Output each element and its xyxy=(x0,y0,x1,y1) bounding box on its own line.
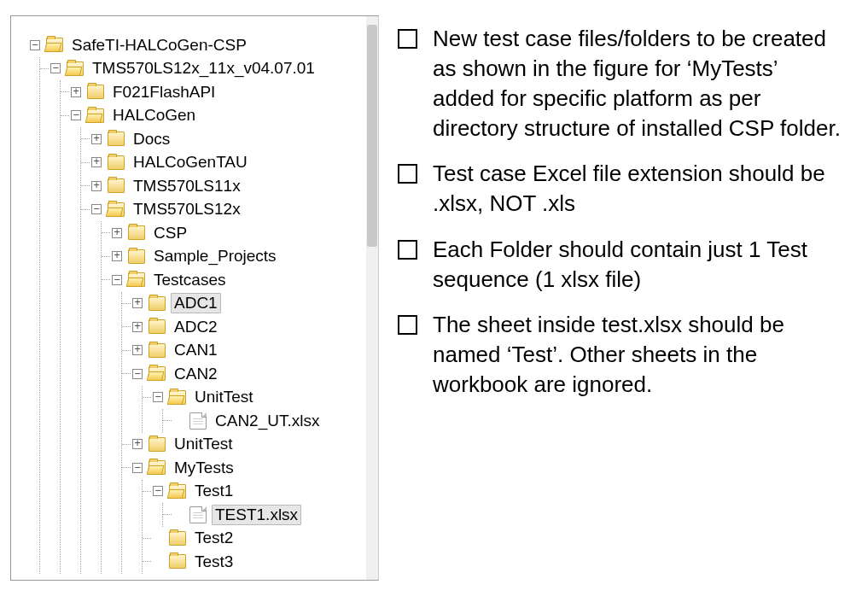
bullet-item: Each Folder should contain just 1 Test s… xyxy=(398,235,844,295)
tree-label[interactable]: Sample_Projects xyxy=(150,246,280,266)
expander-icon[interactable]: + xyxy=(91,157,102,167)
tree-node-csp: + CSP xyxy=(102,221,378,245)
tree-node-test2: . Test2 xyxy=(143,527,378,551)
tree-label[interactable]: Test2 xyxy=(191,528,236,548)
tree-label[interactable]: TMS570LS11x xyxy=(130,176,244,196)
tree-node-sample-projects: + Sample_Projects xyxy=(102,245,378,269)
expander-icon[interactable]: + xyxy=(71,87,81,97)
tree-node-testcases: − Testcases xyxy=(102,268,378,574)
folder-closed-icon xyxy=(149,343,166,358)
tree-label[interactable]: Test1 xyxy=(191,481,236,501)
tree-label[interactable]: ADC2 xyxy=(171,317,221,337)
folder-open-icon xyxy=(108,202,125,217)
expander-icon[interactable]: + xyxy=(112,228,122,238)
folder-closed-icon xyxy=(149,437,166,452)
expander-icon[interactable]: − xyxy=(71,110,81,120)
folder-closed-icon xyxy=(128,249,145,264)
folder-open-icon xyxy=(46,38,63,52)
folder-closed-icon xyxy=(108,132,125,146)
bullet-item: New test case files/folders to be create… xyxy=(398,24,844,143)
tree-node-f021: + F021FlashAPI xyxy=(61,80,378,104)
checkbox-bullet-icon xyxy=(398,164,417,184)
tree-node-can2-ut-file: . CAN2_UT.xlsx xyxy=(163,409,378,433)
expander-icon[interactable]: − xyxy=(50,63,61,73)
folder-open-icon xyxy=(128,272,145,287)
tree-node-test3: . Test3 xyxy=(143,550,378,574)
tree-label[interactable]: HALCoGen xyxy=(109,105,199,126)
expander-icon[interactable]: − xyxy=(91,204,102,214)
expander-none: . xyxy=(153,533,163,543)
tree-label[interactable]: TMS570LS12x_11x_v04.07.01 xyxy=(89,58,318,79)
tree-node-adc1: + ADC1 xyxy=(122,292,378,316)
tree-label[interactable]: F021FlashAPI xyxy=(109,82,218,102)
bullet-text: Each Folder should contain just 1 Test s… xyxy=(433,235,844,295)
folder-open-icon xyxy=(169,484,186,499)
tree-label[interactable]: ADC1 xyxy=(171,293,221,313)
expander-icon[interactable]: − xyxy=(153,486,163,496)
folder-open-icon xyxy=(149,366,166,381)
instructions-panel: New test case files/folders to be create… xyxy=(379,0,868,602)
tree-view-pane: − SafeTI-HALCoGen-CSP − TMS570LS12x_11x_… xyxy=(10,15,379,581)
expander-icon[interactable]: + xyxy=(112,251,122,261)
expander-icon[interactable]: + xyxy=(132,298,143,308)
bullet-text: New test case files/folders to be create… xyxy=(433,24,844,143)
expander-icon[interactable]: + xyxy=(91,134,102,144)
file-icon xyxy=(189,506,207,523)
tree-label[interactable]: TEST1.xlsx xyxy=(212,505,301,525)
expander-icon[interactable]: + xyxy=(132,345,143,355)
tree-label[interactable]: CAN1 xyxy=(171,340,221,360)
tree-label[interactable]: MyTests xyxy=(171,458,237,478)
tree-node-tms12x: − TMS570LS12x + xyxy=(81,198,378,574)
tree-label[interactable]: SafeTI-HALCoGen-CSP xyxy=(68,35,250,56)
tree-label[interactable]: CSP xyxy=(150,223,190,243)
tree-label[interactable]: Test3 xyxy=(191,552,236,572)
tree-label[interactable]: UnitTest xyxy=(191,387,257,407)
tree-node-docs: + Docs xyxy=(81,127,378,151)
tree-node-unittest: + UnitTest xyxy=(122,433,378,457)
tree-node-test1-file: . TEST1.xlsx xyxy=(163,503,378,527)
expander-icon[interactable]: − xyxy=(132,369,143,379)
expander-icon[interactable]: − xyxy=(30,40,40,50)
tree-label[interactable]: HALCoGenTAU xyxy=(130,152,251,172)
expander-icon[interactable]: − xyxy=(132,463,143,473)
tree-node-device: − TMS570LS12x_11x_v04.07.01 + F021FlashA xyxy=(40,57,378,574)
folder-open-icon xyxy=(149,460,166,475)
expander-icon[interactable]: − xyxy=(153,392,163,402)
tree-label[interactable]: UnitTest xyxy=(171,434,236,454)
expander-icon[interactable]: + xyxy=(91,181,102,191)
bullet-text: The sheet inside test.xlsx should be nam… xyxy=(433,310,844,400)
tree-node-tms11x: + TMS570LS11x xyxy=(81,174,378,198)
folder-open-icon xyxy=(87,108,104,123)
bullet-text: Test case Excel file extension should be… xyxy=(433,159,844,219)
folder-closed-icon xyxy=(87,85,104,99)
tree-node-can2-unittest: − UnitTest xyxy=(143,386,378,433)
folder-closed-icon xyxy=(169,531,186,546)
tree-node-mytests: − MyTests xyxy=(122,456,378,574)
folder-closed-icon xyxy=(149,296,166,311)
checkbox-bullet-icon xyxy=(398,240,417,260)
tree-label[interactable]: Docs xyxy=(130,129,173,149)
folder-open-icon xyxy=(67,61,84,76)
folder-closed-icon xyxy=(108,155,125,170)
folder-open-icon xyxy=(169,390,186,405)
tree-node-halcogen: − HALCoGen + xyxy=(61,104,378,574)
expander-icon[interactable]: + xyxy=(132,439,143,449)
expander-none: . xyxy=(173,416,184,426)
expander-none: . xyxy=(153,557,163,567)
tree-node-test1: − Test1 xyxy=(143,480,378,527)
folder-closed-icon xyxy=(149,319,166,334)
tree-label[interactable]: CAN2_UT.xlsx xyxy=(212,411,323,431)
tree-node-hcgtau: + HALCoGenTAU xyxy=(81,151,378,175)
tree-node-can2: − CAN2 xyxy=(122,362,378,433)
checkbox-bullet-icon xyxy=(398,315,417,335)
expander-icon[interactable]: + xyxy=(132,322,143,332)
bullet-item: Test case Excel file extension should be… xyxy=(398,159,844,219)
bullet-item: The sheet inside test.xlsx should be nam… xyxy=(398,310,844,400)
tree-label[interactable]: CAN2 xyxy=(171,364,221,384)
tree-label[interactable]: TMS570LS12x xyxy=(130,199,244,219)
tree-node-adc2: + ADC2 xyxy=(122,315,378,339)
expander-icon[interactable]: − xyxy=(112,275,122,285)
tree-label[interactable]: Testcases xyxy=(150,270,229,290)
expander-none: . xyxy=(173,510,184,520)
tree-node-can1: + CAN1 xyxy=(122,339,378,363)
